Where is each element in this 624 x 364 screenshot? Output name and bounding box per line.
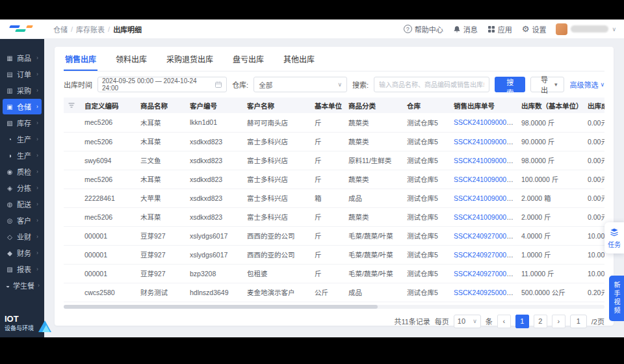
cell-product-name: 大苹果 [136,188,186,207]
row-spacer [64,188,81,207]
page-number[interactable]: 2 [534,315,547,328]
outbound-order-link[interactable]: SSCK24092500004 [454,289,514,296]
guide-float-tab[interactable]: 新手视频 [609,276,624,321]
cell-customer-name: 包租婆 [243,264,311,283]
cell-cost: 0.00元 [584,170,604,188]
page-number[interactable]: 1 [515,315,529,328]
sidebar-item[interactable]: ▧ 库存 › [3,115,42,131]
column-header[interactable]: 出库成本价 [584,98,604,113]
column-header[interactable]: 客户编号 [186,98,243,113]
search-button[interactable]: 搜索 [495,77,525,92]
sidebar-item[interactable]: ▤ 订单 › [3,66,42,82]
sidebar-item[interactable]: ▦ 商品 › [3,50,42,66]
page-jump-input[interactable]: 1 [570,315,587,328]
column-header[interactable]: 出库数（基本单位） [517,98,584,113]
cell-category: 毛菜/蔬菜/叶菜 [344,264,403,283]
sidebar-item[interactable]: ◆ 财务 › [3,245,42,261]
tab[interactable]: 其他出库 [282,47,316,71]
cell-unit: 公斤 [311,283,344,302]
sidebar-item[interactable]: ◉ 质检 › [3,164,42,179]
breadcrumb-item[interactable]: 仓储 [53,24,68,34]
breadcrumb-item[interactable]: 库存账表 [76,24,105,34]
table-row[interactable]: cwcs2580 财务测试 hdlnszd3649 麦金地演示客户 公斤 成品 … [64,283,604,302]
warehouse-select[interactable]: 全部 ∨ [254,77,347,92]
sidebar-item[interactable]: ▥ 采购 › [3,83,42,98]
help-center-link[interactable]: ? 帮助中心 [404,24,443,34]
outbound-order-link[interactable]: SSCK24100900021 [454,118,514,126]
user-menu[interactable]: ∨ [556,23,616,35]
outbound-order-link[interactable]: SSCK24092700011 [454,270,514,278]
table-row[interactable]: 000001 豆芽927 xslydgs6017 西西的亚的公司 斤 毛菜/蔬菜… [64,245,604,264]
app-logo[interactable] [0,24,44,34]
sidebar-item[interactable]: ◎ 客户 › [3,213,42,228]
outbound-table: 自定义编码 商品名称 客户编号 客户名称 基本单位 [64,98,604,302]
sidebar-item[interactable]: ◒ 学生餐 › [3,278,42,293]
column-header[interactable]: 客户名称 [243,98,311,113]
column-header[interactable]: 自定义编码 [81,98,136,113]
tab[interactable]: 销售出库 [64,47,98,71]
table-row[interactable]: mec5206 木耳菜 xsdkxd823 富士多科兴店 斤 蔬菜类 测试仓库5… [64,132,604,151]
outbound-order-link[interactable]: SSCK24100900015 [454,194,514,202]
cell-warehouse: 测试仓库5 [403,283,450,302]
scrollbar-thumb[interactable] [64,305,378,309]
sidebar-item[interactable]: ▣ 仓储 › [3,99,42,114]
page-numbers: 1 2 [515,315,547,328]
next-page-button[interactable]: › [552,315,566,328]
sidebar-item[interactable]: ◔ 生产 › [3,131,42,147]
settings-link[interactable]: ⚙ 设置 [522,24,547,34]
sidebar-item-label: 质检 [17,166,33,177]
outbound-order-link[interactable]: SSCK24092700004 [454,232,514,240]
table-header-row: 自定义编码 商品名称 客户编号 客户名称 基本单位 [64,98,604,113]
outbound-order-link[interactable]: SSCK24092700004 [454,251,514,259]
column-header[interactable]: 基本单位 [311,98,344,113]
cell-warehouse: 测试仓库5 [403,245,450,264]
page-size-select[interactable]: 10 ∨ [454,315,481,328]
apps-link[interactable]: 应用 [488,24,512,34]
prev-page-button[interactable]: ‹ [497,315,511,328]
table-row[interactable]: swy6094 三文鱼 xsdkxd823 富士多科兴店 斤 原料11/生鲜类 … [64,151,604,170]
outbound-order-link[interactable]: SSCK24100900017 [454,176,514,183]
cell-quantity: 98.0000 斤 [517,113,584,132]
settings-label: 设置 [532,24,546,34]
table-row[interactable]: 000001 豆芽927 xslydgs6017 西西的亚的公司 斤 毛菜/蔬菜… [64,226,604,245]
menu-icon: ◇ [6,233,14,240]
chevron-right-icon: › [36,120,38,126]
table-row[interactable]: mec5206 木耳菜 xsdkxd823 富士多科兴店 斤 蔬菜类 测试仓库5… [64,170,604,188]
table-row[interactable]: mec5206 木耳菜 lkkn1d01 赫可可南头店 斤 蔬菜类 测试仓库5 … [64,113,604,132]
sidebar-item[interactable]: ◇ 业财 › [3,229,42,244]
tab[interactable]: 领料出库 [114,47,148,71]
cell-product-name: 木耳菜 [136,170,186,188]
date-range-picker[interactable]: 2024-09-25 00:00 — 2024-10-24 24:00 [98,77,227,92]
advanced-filter-link[interactable]: 高级筛选 ∨ [569,79,604,90]
cell-custom-code: swy6094 [81,151,136,170]
sidebar-item-label: 生产 [17,150,33,161]
tab[interactable]: 采购退货出库 [165,47,214,71]
sidebar-item[interactable]: ◍ 配送 › [3,196,42,212]
export-button[interactable]: 导出 ▾ [530,77,564,92]
outbound-order-link[interactable]: SSCK24100900015 [454,213,514,221]
column-settings-button[interactable] [64,98,81,113]
cell-cost: 0.00元 [584,113,604,132]
chevron-right-icon: › [38,282,40,289]
outbound-order-link[interactable]: SSCK24100900020 [454,138,514,146]
horizontal-scrollbar[interactable] [64,305,604,309]
column-header[interactable]: 商品分类 [344,98,403,113]
table-row[interactable]: 000001 豆芽927 bzp3208 包租婆 斤 毛菜/蔬菜/叶菜 测试仓库… [64,264,604,283]
column-header[interactable]: 商品名称 [136,98,186,113]
bell-icon [453,25,461,33]
chevron-right-icon: › [36,55,38,61]
column-header[interactable]: 销售出库单号 [450,98,517,113]
sidebar-item[interactable]: ▨ 报表 › [3,261,42,277]
cell-quantity: 90.0000 斤 [517,132,584,151]
task-float-button[interactable]: 任务 [604,222,624,254]
outbound-order-link[interactable]: SSCK24100900017 [454,157,514,164]
tab[interactable]: 盘亏出库 [231,47,265,71]
sidebar-item[interactable]: ◈ 分拣 › [3,180,42,196]
table-row[interactable]: mec5206 木耳菜 xsdkxd823 富士多科兴店 斤 蔬菜类 测试仓库5… [64,207,604,226]
cell-category: 蔬菜类 [344,207,403,226]
messages-link[interactable]: 消息 [453,24,478,34]
sidebar-item[interactable]: ◑ 生产 › [3,148,42,163]
search-input[interactable] [374,77,489,92]
column-header[interactable]: 仓库 [403,98,450,113]
table-row[interactable]: 22228461 大苹果 xsdkxd823 富士多科兴店 箱 成品 测试仓库5… [64,188,604,207]
